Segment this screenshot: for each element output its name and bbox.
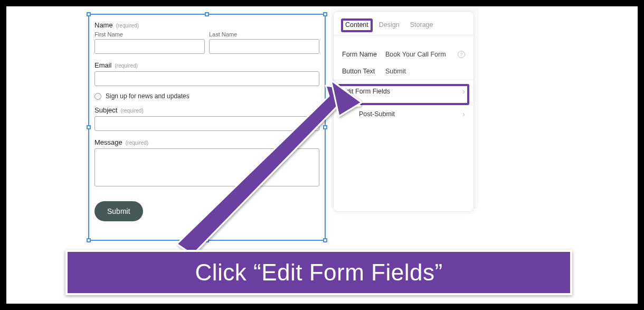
tab-storage[interactable]: Storage (405, 18, 439, 35)
post-submit-link[interactable]: Post-Submit › (334, 102, 473, 125)
edit-form-fields-label: Edit Form Fields (342, 88, 390, 95)
edit-form-fields-link[interactable]: Edit Form Fields › (334, 80, 473, 102)
resize-handle[interactable] (323, 238, 327, 242)
panel-body: Form Name Book Your Call Form ? Button T… (334, 35, 473, 80)
form-block-selection[interactable]: Name (required) First Name Last Name Ema… (88, 14, 326, 241)
required-marker: (required) (120, 108, 143, 114)
label-text: Message (94, 138, 122, 146)
resize-handle[interactable] (323, 12, 327, 16)
subject-input[interactable] (94, 116, 319, 131)
message-field-label: Message (required) (94, 138, 319, 146)
editor-canvas: Name (required) First Name Last Name Ema… (6, 6, 638, 304)
instruction-text: Click “Edit Form Fields” (195, 259, 442, 286)
tab-content[interactable]: Content (340, 18, 374, 35)
submit-button[interactable]: Submit (94, 201, 143, 221)
last-name-input[interactable] (209, 39, 319, 54)
radio-icon (94, 93, 101, 100)
resize-handle[interactable] (323, 125, 327, 129)
chevron-right-icon: › (462, 87, 465, 96)
required-marker: (required) (115, 63, 138, 69)
name-field-label: Name (required) (94, 21, 319, 29)
required-marker: (required) (126, 140, 148, 146)
tab-design[interactable]: Design (374, 18, 405, 35)
resize-handle[interactable] (205, 238, 209, 242)
newsletter-option[interactable]: Sign up for news and updates (94, 92, 319, 100)
label-text: Subject (94, 106, 117, 114)
newsletter-label: Sign up for news and updates (106, 92, 190, 100)
form-name-row[interactable]: Form Name Book Your Call Form ? (342, 46, 465, 63)
resize-handle[interactable] (87, 238, 91, 242)
button-text-value: Submit (385, 68, 465, 75)
resize-handle[interactable] (87, 12, 91, 16)
subject-field-label: Subject (required) (94, 106, 319, 114)
panel-tabs: Content Design Storage (334, 12, 473, 35)
label-text: Name (94, 21, 113, 29)
last-name-label: Last Name (209, 31, 319, 37)
form-name-value: Book Your Call Form (385, 51, 458, 58)
help-icon[interactable]: ? (458, 51, 465, 58)
message-input[interactable] (94, 148, 319, 186)
resize-handle[interactable] (87, 125, 91, 129)
form-name-label: Form Name (342, 51, 385, 58)
required-marker: (required) (116, 23, 139, 29)
label-text: Email (94, 61, 112, 69)
email-field-label: Email (required) (94, 61, 319, 69)
chevron-right-icon: › (462, 110, 465, 118)
first-name-input[interactable] (94, 39, 205, 54)
post-submit-label: Post-Submit (359, 110, 395, 118)
name-row: First Name Last Name (94, 31, 319, 54)
resize-handle[interactable] (205, 12, 209, 16)
button-text-row[interactable]: Button Text Submit (342, 63, 465, 80)
instruction-callout: Click “Edit Form Fields” (65, 250, 572, 295)
form-settings-panel: Content Design Storage Form Name Book Yo… (334, 12, 473, 211)
first-name-label: First Name (94, 31, 205, 37)
button-text-label: Button Text (342, 68, 385, 75)
email-input[interactable] (94, 71, 319, 86)
